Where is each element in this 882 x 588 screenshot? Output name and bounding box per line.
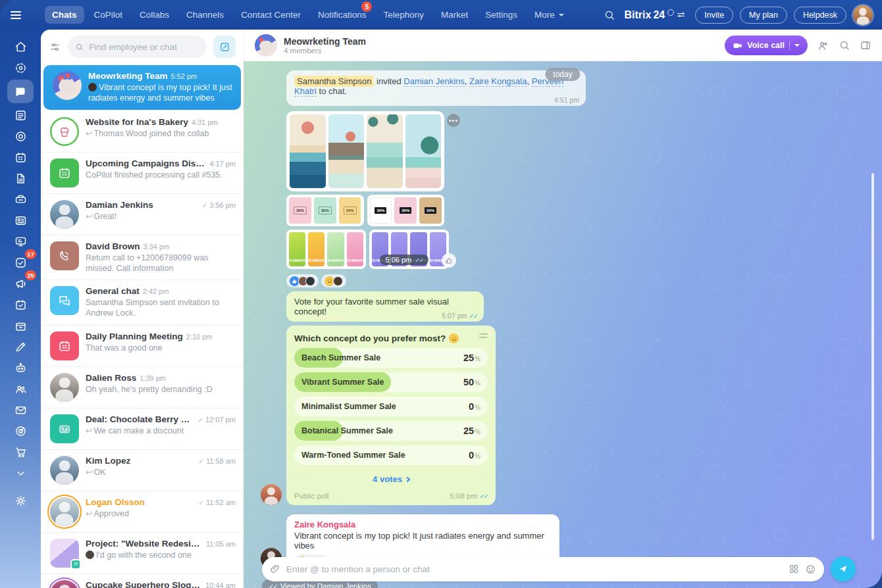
image-thumbnail[interactable]: SUMMER: [289, 232, 305, 266]
top-nav-item[interactable]: Collabs: [132, 6, 176, 24]
image-collage-message[interactable]: ••• 30%30%30%: [286, 111, 444, 269]
global-search-button[interactable]: [604, 9, 615, 21]
sidebar-item-marketing[interactable]: 25: [7, 273, 34, 294]
sidebar-item-inventory[interactable]: [7, 315, 34, 336]
chat-list-item[interactable]: David Brown 3:34 pm ↩Return call to +120…: [41, 235, 244, 281]
chat-list-item[interactable]: Logan Olsson ✓ 11:52 am ↩Approved: [41, 491, 244, 533]
image-thumbnail[interactable]: [328, 114, 365, 188]
message-menu-button[interactable]: •••: [447, 114, 460, 127]
sidebar-item-settings[interactable]: [7, 490, 34, 511]
chat-search-input[interactable]: [89, 42, 199, 52]
sidebar-item-planner[interactable]: [7, 294, 34, 315]
top-nav-item[interactable]: Market: [434, 6, 475, 24]
sender-avatar[interactable]: [261, 484, 282, 505]
image-thumbnail[interactable]: 30%: [394, 197, 417, 224]
emoji-button[interactable]: [805, 564, 816, 575]
image-thumbnail[interactable]: [367, 114, 403, 188]
chat-list-item[interactable]: Damian Jenkins ✓ 3:56 pm ↩Great!: [41, 194, 244, 235]
reaction-pill[interactable]: [286, 274, 319, 287]
like-button[interactable]: [442, 253, 456, 268]
main-wrap: Meowrketing Team 5:52 pm ↩Vibrant concep…: [41, 30, 882, 588]
attach-button[interactable]: [270, 564, 280, 574]
image-thumbnail[interactable]: 30%: [419, 197, 442, 224]
image-thumbnail[interactable]: SUMMER: [308, 232, 324, 266]
sidebar-item-sign[interactable]: [7, 336, 34, 357]
my-plan-button[interactable]: My plan: [740, 7, 787, 24]
poll-option[interactable]: Minimalist Summer Sale 0%: [294, 397, 488, 416]
poll-option[interactable]: Vibrant Summer Sale 50%: [294, 372, 488, 392]
image-thumbnail[interactable]: 30%: [370, 197, 392, 224]
sidebar-item-mail[interactable]: [7, 399, 34, 420]
image-thumbnail[interactable]: 30%: [289, 197, 311, 224]
member-link[interactable]: Damian Jenkins: [403, 76, 465, 87]
poll-option[interactable]: Warm-Toned Summer Sale 0%: [294, 445, 488, 465]
helpdesk-button[interactable]: Helpdesk: [794, 7, 846, 24]
chat-list-item[interactable]: General chat 2:42 pm ↩Samantha Simpson s…: [41, 280, 244, 326]
image-thumbnail[interactable]: 30%: [339, 197, 361, 224]
invite-button[interactable]: Invite: [695, 7, 733, 24]
chat-list-item[interactable]: Dalien Ross 1:39 pm ↩Oh yeah, he's prett…: [41, 367, 244, 408]
poll-option[interactable]: Beach Summer Sale 25%: [294, 348, 488, 368]
chat-item-time: 12:07 pm: [205, 416, 236, 424]
chat-list-item[interactable]: Project: "Website Redesign" 11:05 am ↩I'…: [41, 533, 244, 574]
sidebar-item-home[interactable]: [7, 36, 34, 57]
actor-highlight[interactable]: Samantha Simpson: [294, 76, 374, 87]
voice-call-button[interactable]: Voice call: [725, 36, 808, 55]
chat-list-item[interactable]: Cupcake Superhero Slogan Ideas 10:44 am …: [41, 574, 244, 588]
sidebar-item-chats[interactable]: [7, 80, 34, 103]
search-in-chat-button[interactable]: [839, 39, 850, 51]
image-thumbnail[interactable]: SUMMER: [347, 232, 363, 266]
poll-option[interactable]: Botanical Summer Sale 25%: [294, 421, 488, 441]
poll-votes-link[interactable]: 4 votes: [294, 474, 488, 484]
top-nav-item[interactable]: Channels: [179, 6, 231, 24]
sliders-icon[interactable]: [676, 10, 686, 20]
sidebar-item-focus[interactable]: [7, 126, 34, 147]
chat-list-item[interactable]: Kim Lopez ✓ 11:58 am ↩OK: [41, 450, 244, 491]
image-thumbnail[interactable]: SUMMER: [327, 232, 344, 266]
chat-avatar[interactable]: [255, 34, 277, 57]
top-nav-item[interactable]: Contact Center: [234, 6, 308, 24]
sidebar-item-drive[interactable]: [7, 189, 34, 210]
sidebar-item-feed[interactable]: [7, 105, 34, 126]
poll-menu-button[interactable]: [479, 333, 488, 338]
member-link[interactable]: Zaire Kongsala: [469, 76, 527, 87]
sidebar-item-store[interactable]: [7, 441, 34, 462]
main-menu-button[interactable]: [11, 7, 28, 24]
reaction-pill[interactable]: ☺: [321, 274, 346, 287]
chat-list-item[interactable]: Deal: Chocolate Berry Cake ✓ 12:07 pm ↩W…: [41, 408, 244, 450]
message-input[interactable]: [286, 564, 783, 574]
image-thumbnail[interactable]: 30%: [314, 197, 336, 224]
apps-button[interactable]: [789, 564, 799, 574]
image-thumbnail[interactable]: [290, 114, 326, 188]
top-nav-item[interactable]: CoPilot: [87, 6, 130, 24]
chat-bubbles-icon: [57, 293, 72, 308]
chat-list-item[interactable]: Website for Ina's Bakery 4:31 pm ↩Thomas…: [41, 111, 244, 153]
chat-panel-button[interactable]: [860, 39, 871, 51]
sidebar-item-copilot[interactable]: [7, 57, 34, 78]
sidebar-item-calendar[interactable]: [7, 147, 34, 168]
top-nav-item[interactable]: Telephony: [376, 6, 431, 24]
user-avatar[interactable]: [853, 5, 873, 25]
send-button[interactable]: [831, 556, 856, 581]
image-thumbnail[interactable]: [405, 114, 442, 188]
send-icon: [838, 564, 848, 574]
calendar-icon: [57, 166, 72, 180]
sidebar-item-documents[interactable]: [7, 168, 34, 189]
messages-scrollbar[interactable]: [871, 173, 874, 540]
add-member-button[interactable]: [817, 39, 829, 52]
top-nav-item[interactable]: Settings: [478, 6, 525, 24]
sidebar-item-hr[interactable]: [7, 378, 34, 399]
top-nav-item[interactable]: More: [527, 6, 571, 24]
new-chat-button[interactable]: [213, 36, 236, 58]
filter-sliders-icon[interactable]: [49, 41, 61, 53]
sidebar-item-automation[interactable]: [7, 357, 34, 378]
sender-name[interactable]: Zaire Kongsala: [294, 520, 552, 529]
chat-list-item[interactable]: Meowrketing Team 5:52 pm ↩Vibrant concep…: [43, 65, 241, 110]
top-nav-item[interactable]: Chats: [45, 6, 84, 24]
top-nav-item[interactable]: Notifications 5: [311, 6, 374, 24]
sidebar-item-crm[interactable]: [7, 420, 34, 441]
chat-list-item[interactable]: Daily Planning Meeting 2:10 pm ↩That was…: [41, 326, 244, 367]
chat-list-item[interactable]: Upcoming Campaigns Discussion 4:17 pm ↩C…: [41, 153, 244, 194]
sidebar-item-more[interactable]: [7, 462, 34, 483]
sidebar-item-crm-card[interactable]: [7, 210, 34, 231]
